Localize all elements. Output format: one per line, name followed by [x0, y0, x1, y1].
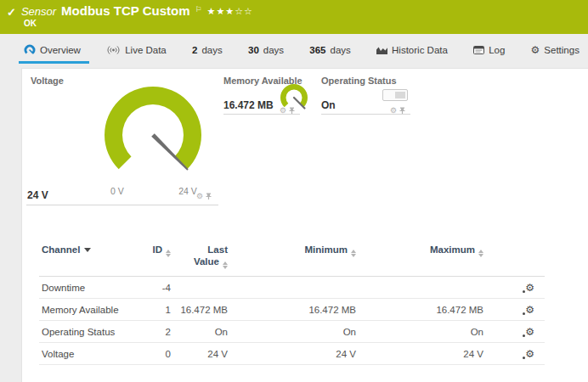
- column-header-id[interactable]: ID: [133, 239, 171, 277]
- channel-settings-cell: ⚙: [483, 321, 545, 343]
- tab-log[interactable]: Log: [473, 34, 505, 66]
- voltage-gauge-actions[interactable]: ⚙: [196, 193, 212, 200]
- channel-id-cell: -4: [133, 277, 171, 299]
- channel-settings-cell: ⚙: [483, 343, 545, 365]
- tab-365-days[interactable]: 365 days: [309, 34, 350, 66]
- tab-overview[interactable]: Overview: [24, 34, 81, 66]
- sensor-page: ✓ Sensor Modbus TCP Custom ⚐ ★★★☆☆ OK Ov…: [0, 0, 588, 382]
- tab-log-label: Log: [489, 45, 505, 55]
- channel-table-body: Downtime -4 ⚙ Memory Available 1 16.472 …: [39, 277, 545, 365]
- sensor-title: Modbus TCP Custom: [61, 3, 189, 18]
- tab-live-data[interactable]: Live Data: [106, 34, 167, 66]
- channel-minimum-cell: 24 V: [228, 343, 356, 365]
- overview-panel: Voltage 0 V 24 V 24 V ⚙ Memory Available…: [21, 68, 588, 382]
- priority-stars[interactable]: ★★★☆☆: [207, 6, 253, 17]
- channel-minimum-cell: 16.472 MB: [228, 299, 356, 321]
- sort-arrows-icon: [166, 250, 171, 257]
- channel-settings-gear-icon[interactable]: ⚙: [525, 283, 534, 293]
- channel-settings-cell: ⚙: [483, 299, 545, 321]
- operating-status-title: Operating Status: [321, 76, 397, 86]
- voltage-value: 24 V: [27, 189, 48, 201]
- channel-row: Downtime -4 ⚙: [39, 277, 545, 299]
- channel-name-cell[interactable]: Operating Status: [39, 321, 133, 343]
- voltage-scale-min: 0 V: [110, 186, 124, 196]
- channel-minimum-cell: [228, 277, 356, 299]
- operating-status-value: On: [321, 99, 336, 111]
- tab-settings-label: Settings: [544, 45, 580, 55]
- tab-bar: Overview Live Data 2 days 30 days 365: [0, 34, 588, 66]
- voltage-tile-divider: [26, 205, 218, 205]
- priority-flag-icon[interactable]: ⚐: [195, 5, 202, 14]
- tab-live-data-label: Live Data: [125, 45, 167, 55]
- sensor-header: ✓ Sensor Modbus TCP Custom ⚐ ★★★☆☆ OK: [0, 0, 588, 34]
- channel-minimum-cell: On: [228, 321, 356, 343]
- pin-icon[interactable]: [206, 193, 212, 200]
- channel-name-cell[interactable]: Downtime: [39, 277, 133, 299]
- tab-30-days[interactable]: 30 days: [248, 34, 284, 66]
- tab-settings[interactable]: ⚙ Settings: [531, 34, 580, 66]
- channel-id-cell: 2: [133, 321, 171, 343]
- tab-2-days[interactable]: 2 days: [192, 34, 223, 66]
- status-ok-check-icon: ✓: [7, 6, 16, 19]
- status-badge: OK: [24, 19, 37, 28]
- channel-name-cell[interactable]: Voltage: [39, 343, 133, 365]
- channel-last-value-cell: 24 V: [171, 343, 228, 365]
- channel-table: Channel ID Last Value Minimum Maximum: [39, 239, 545, 365]
- log-list-icon: [473, 46, 484, 54]
- gear-icon[interactable]: ⚙: [196, 193, 203, 200]
- tab-overview-label: Overview: [40, 45, 81, 55]
- memory-value: 16.472 MB: [223, 99, 274, 111]
- channel-settings-gear-icon[interactable]: ⚙: [525, 327, 534, 337]
- column-header-actions: [483, 239, 545, 277]
- sort-caret-icon: [84, 248, 91, 252]
- column-header-last-value[interactable]: Last Value: [171, 239, 228, 277]
- gear-icon: ⚙: [531, 45, 540, 55]
- channel-table-header-row: Channel ID Last Value Minimum Maximum: [39, 239, 545, 277]
- column-header-minimum[interactable]: Minimum: [228, 239, 356, 277]
- tab-2-days-number: 2: [192, 45, 197, 55]
- column-header-maximum[interactable]: Maximum: [356, 239, 483, 277]
- channel-last-value-cell: 16.472 MB: [171, 299, 228, 321]
- tab-365-days-number: 365: [309, 45, 325, 55]
- voltage-gauge: [98, 84, 208, 184]
- channel-name-cell[interactable]: Memory Available: [39, 299, 133, 321]
- operating-tile-divider: [321, 114, 410, 115]
- live-broadcast-icon: [106, 45, 121, 55]
- tab-365-days-unit: days: [331, 45, 351, 55]
- channel-id-cell: 1: [133, 299, 171, 321]
- sort-arrows-icon: [478, 250, 483, 257]
- gauge-icon: [24, 44, 36, 56]
- channel-settings-cell: ⚙: [483, 277, 545, 299]
- channel-maximum-cell: On: [356, 321, 483, 343]
- channel-settings-gear-icon[interactable]: ⚙: [525, 305, 534, 315]
- area-chart-icon: [376, 46, 387, 55]
- channel-row: Memory Available 1 16.472 MB 16.472 MB 1…: [39, 299, 545, 321]
- voltage-scale-max: 24 V: [178, 186, 197, 196]
- tab-historic-data-label: Historic Data: [392, 45, 448, 55]
- tab-historic-data[interactable]: Historic Data: [376, 34, 448, 66]
- channel-settings-gear-icon[interactable]: ⚙: [525, 349, 534, 359]
- channel-maximum-cell: 16.472 MB: [356, 299, 483, 321]
- channel-row: Operating Status 2 On On On ⚙: [39, 321, 545, 343]
- sort-arrows-icon: [351, 250, 356, 257]
- channel-id-cell: 0: [133, 343, 171, 365]
- memory-tile-divider: [223, 114, 300, 115]
- sort-arrows-icon: [223, 261, 228, 269]
- channel-last-value-cell: On: [171, 321, 228, 343]
- channel-maximum-cell: [356, 277, 483, 299]
- tab-2-days-unit: days: [201, 45, 222, 55]
- column-header-channel[interactable]: Channel: [39, 239, 133, 277]
- operating-status-switch: [382, 89, 408, 101]
- voltage-gauge-title: Voltage: [31, 76, 64, 86]
- channel-row: Voltage 0 24 V 24 V 24 V ⚙: [39, 343, 545, 365]
- switch-knob: [395, 92, 405, 98]
- channel-last-value-cell: [171, 277, 228, 299]
- sensor-kind-label: Sensor: [21, 5, 56, 18]
- tab-30-days-unit: days: [263, 45, 284, 55]
- tab-30-days-number: 30: [248, 45, 259, 55]
- channel-maximum-cell: 24 V: [356, 343, 483, 365]
